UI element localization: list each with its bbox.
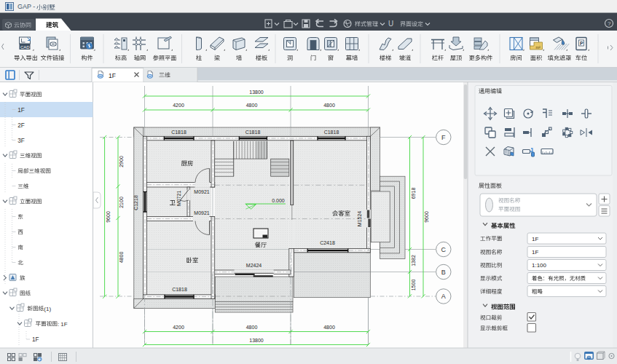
svg-text:13800: 13800 [249, 90, 264, 95]
svg-text:1F: 1F [17, 107, 25, 114]
svg-text:3F: 3F [17, 138, 25, 144]
svg-text:?: ? [608, 20, 611, 27]
svg-text:U: U [388, 20, 393, 28]
svg-text:0.000: 0.000 [272, 198, 285, 203]
svg-text:1382: 1382 [411, 255, 416, 266]
svg-text:A: A [441, 293, 446, 300]
svg-text:C1818: C1818 [324, 130, 339, 135]
svg-text:: 1F: : 1F [58, 321, 68, 328]
svg-text:M0921: M0921 [194, 189, 210, 194]
svg-text:M0921: M0921 [194, 210, 210, 215]
svg-text:C2418: C2418 [320, 240, 335, 245]
svg-text:F: F [441, 134, 446, 141]
svg-text:(1): (1) [44, 306, 51, 312]
svg-text:4800: 4800 [246, 103, 258, 108]
svg-text:C1818: C1818 [171, 130, 186, 135]
svg-text:2F: 2F [17, 122, 25, 129]
svg-text:4800: 4800 [119, 252, 124, 264]
svg-text:1F: 1F [109, 72, 116, 79]
svg-text:M0721: M0721 [176, 191, 181, 207]
svg-text:C: C [441, 246, 447, 253]
svg-text:1500: 1500 [411, 280, 416, 291]
svg-text:6918: 6918 [411, 188, 416, 199]
svg-text:13800: 13800 [249, 338, 264, 343]
svg-text:C1818: C1818 [172, 287, 187, 292]
svg-text:C1818: C1818 [245, 130, 261, 135]
svg-text:1F: 1F [532, 236, 538, 242]
svg-text:1:100: 1:100 [532, 262, 547, 269]
svg-text:9600: 9600 [424, 211, 429, 223]
svg-text:1F: 1F [32, 336, 39, 343]
svg-text:P: P [580, 41, 583, 46]
svg-text:4800: 4800 [323, 103, 335, 108]
svg-text:GAP -: GAP - [17, 3, 35, 10]
svg-text:m²: m² [536, 45, 541, 50]
svg-text:4800: 4800 [246, 325, 258, 330]
svg-text:CAD: CAD [20, 45, 30, 50]
svg-text:4200: 4200 [173, 103, 184, 108]
svg-text:1F: 1F [532, 249, 538, 256]
svg-text:4800: 4800 [323, 325, 335, 330]
svg-text:2900: 2900 [119, 156, 124, 167]
svg-text:4200: 4200 [173, 325, 184, 330]
svg-text:2100: 2100 [119, 197, 124, 208]
svg-text:M1524: M1524 [357, 211, 362, 227]
svg-text:M2424: M2424 [246, 263, 262, 268]
svg-text:C1218: C1218 [133, 195, 138, 210]
svg-text:B: B [441, 269, 446, 276]
svg-text:9600: 9600 [106, 211, 111, 223]
